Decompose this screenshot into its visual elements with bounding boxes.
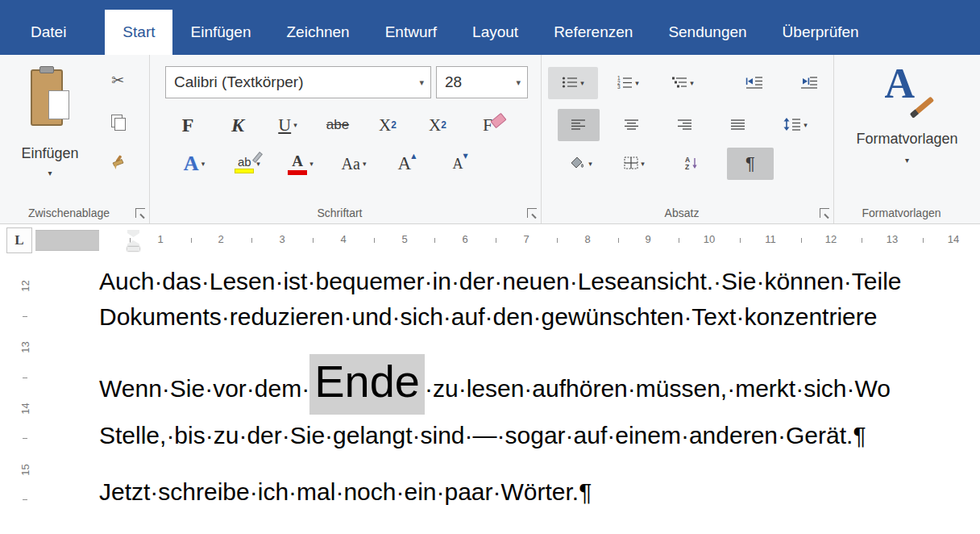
- bold-button[interactable]: F: [168, 109, 208, 141]
- numbering-button[interactable]: 123 ▾: [603, 67, 653, 99]
- chevron-down-icon: ▾: [580, 79, 584, 87]
- text-line[interactable]: Auch·das·Lesen·ist·bequemer·in·der·neuen…: [99, 268, 902, 295]
- group-clipboard: Einfügen ▾ ✂ Zwischenablage: [0, 55, 150, 223]
- vertical-ruler[interactable]: 12 13 14 15: [15, 257, 35, 534]
- tab-datei[interactable]: Datei: [13, 10, 84, 55]
- paste-label: Einfügen: [21, 145, 78, 162]
- superscript-button[interactable]: X2: [417, 109, 458, 141]
- align-left-button[interactable]: [558, 109, 600, 141]
- sort-icon: AZ: [684, 156, 699, 172]
- font-row-2: F K U▾ abe X2 X2 F: [168, 106, 508, 144]
- increase-indent-button[interactable]: [791, 67, 827, 99]
- group-label-clipboard: Zwischenablage: [0, 207, 138, 219]
- chevron-down-icon: ▾: [509, 77, 527, 88]
- group-label-styles: Formatvorlagen: [834, 207, 969, 219]
- copy-button[interactable]: [102, 108, 134, 136]
- strikethrough-button[interactable]: abe: [318, 109, 358, 141]
- tab-referenzen[interactable]: Referenzen: [536, 10, 650, 55]
- grow-font-button[interactable]: A▲: [385, 148, 429, 180]
- tab-einfuegen[interactable]: Einfügen: [172, 10, 268, 55]
- change-case-button[interactable]: Aa▾: [332, 148, 376, 180]
- tab-stop-selector[interactable]: L: [6, 227, 32, 253]
- justify-button[interactable]: [717, 109, 759, 141]
- font-row-3: A▾ ab ▾ A ▾ Aa▾ A▲: [172, 145, 482, 182]
- tab-zeichnen[interactable]: Zeichnen: [269, 10, 368, 55]
- chevron-down-icon: ▾: [588, 160, 592, 168]
- align-right-button[interactable]: [664, 109, 706, 141]
- font-color-icon: A: [288, 152, 307, 175]
- dialog-launcher-icon[interactable]: [135, 208, 145, 218]
- chevron-down-icon: ▾: [201, 160, 206, 168]
- group-label-font: Schriftart: [150, 207, 529, 219]
- tab-layout[interactable]: Layout: [455, 10, 536, 55]
- ribbon-tab-bar: Datei Start Einfügen Zeichnen Entwurf La…: [0, 0, 980, 55]
- chevron-down-icon: ▾: [413, 77, 430, 88]
- font-size-select[interactable]: 28 ▾: [436, 66, 528, 98]
- horizontal-ruler[interactable]: 1 2 3 4 5 6 7 8 9 10 11 12 13 14: [35, 230, 980, 251]
- multilevel-list-icon: [671, 76, 687, 91]
- multilevel-list-button[interactable]: ▾: [658, 67, 708, 99]
- align-center-button[interactable]: [611, 109, 653, 141]
- decrease-indent-button[interactable]: [737, 67, 772, 99]
- tab-start[interactable]: Start: [105, 10, 172, 55]
- shading-button[interactable]: ▾: [558, 148, 604, 180]
- shrink-font-button[interactable]: A▼: [438, 148, 482, 180]
- highlight-icon: ab: [235, 155, 254, 173]
- paste-button[interactable]: Einfügen ▾: [10, 63, 90, 198]
- group-paragraph: ▾ 123 ▾ ▾: [542, 55, 834, 223]
- font-name-select[interactable]: Calibri (Textkörper) ▾: [165, 66, 431, 98]
- justify-icon: [731, 119, 745, 132]
- left-indent-marker[interactable]: [127, 247, 139, 251]
- chevron-down-icon: ▾: [48, 169, 52, 177]
- tab-entwurf[interactable]: Entwurf: [368, 10, 455, 55]
- subscript-button[interactable]: X2: [368, 109, 408, 141]
- increase-indent-icon: [800, 76, 818, 91]
- text-effects-button[interactable]: A▾: [172, 148, 216, 180]
- chevron-down-icon: ▾: [641, 160, 645, 168]
- borders-button[interactable]: ▾: [611, 148, 658, 180]
- font-size-value: 28: [445, 73, 462, 91]
- word-window: Datei Start Einfügen Zeichnen Entwurf La…: [0, 0, 980, 534]
- copy-icon: [114, 118, 124, 129]
- selected-text[interactable]: Ende: [309, 354, 425, 415]
- first-line-indent-marker[interactable]: [127, 230, 139, 237]
- cut-button[interactable]: ✂: [102, 66, 134, 94]
- dialog-launcher-icon[interactable]: [820, 208, 829, 218]
- show-formatting-marks-button[interactable]: ¶: [727, 148, 774, 180]
- paragraph-row-3: ▾ ▾ AZ ¶: [558, 145, 774, 182]
- format-painter-icon: [110, 155, 125, 173]
- text-line[interactable]: Wenn·Sie·vor·dem·Ende·zu·lesen·aufhören·…: [99, 355, 891, 407]
- bullets-icon: [562, 76, 578, 91]
- underline-button[interactable]: U▾: [268, 109, 308, 141]
- format-painter-button[interactable]: [102, 150, 134, 177]
- align-center-icon: [625, 119, 639, 132]
- tab-sendungen[interactable]: Sendungen: [650, 10, 764, 55]
- clipboard-icon: [31, 66, 69, 136]
- line-spacing-button[interactable]: ▾: [770, 109, 820, 141]
- shading-icon: [570, 156, 586, 172]
- clear-formatting-button[interactable]: F: [467, 109, 508, 141]
- svg-text:Z: Z: [685, 163, 689, 169]
- text-segment[interactable]: Wenn·Sie·vor·dem·: [99, 375, 309, 402]
- styles-gallery-button[interactable]: A Formatvorlagen ▾: [841, 60, 974, 189]
- down-arrow-icon: ▼: [463, 152, 467, 160]
- font-name-value: Calibri (Textkörper): [174, 73, 303, 91]
- text-segment[interactable]: ·zu·lesen·aufhören·müssen,·merkt·sich·Wo: [425, 375, 891, 402]
- italic-button[interactable]: K: [218, 109, 258, 141]
- text-line[interactable]: Jetzt·schreibe·ich·mal·noch·ein·paar·Wör…: [99, 478, 592, 506]
- document-page[interactable]: Auch·das·Lesen·ist·bequemer·in·der·neuen…: [35, 257, 980, 534]
- borders-icon: [624, 156, 638, 172]
- dialog-launcher-icon[interactable]: [527, 208, 537, 218]
- tab-ueberpruefen[interactable]: Überprüfen: [765, 10, 877, 55]
- sort-button[interactable]: AZ: [674, 148, 709, 180]
- text-line[interactable]: Dokuments·reduzieren·und·sich·auf·den·ge…: [99, 303, 877, 331]
- brush-icon: [914, 96, 933, 114]
- styles-label: Formatvorlagen: [856, 131, 957, 148]
- clipboard-small-buttons: ✂: [102, 66, 134, 177]
- font-color-button[interactable]: A ▾: [279, 148, 322, 180]
- text-highlight-button[interactable]: ab ▾: [226, 148, 269, 180]
- text-line[interactable]: Stelle,·bis·zu·der·Sie·gelangt·sind·—·so…: [99, 422, 866, 449]
- bullets-button[interactable]: ▾: [548, 67, 598, 99]
- group-label-paragraph: Absatz: [542, 207, 822, 219]
- scissors-icon: ✂: [111, 71, 124, 89]
